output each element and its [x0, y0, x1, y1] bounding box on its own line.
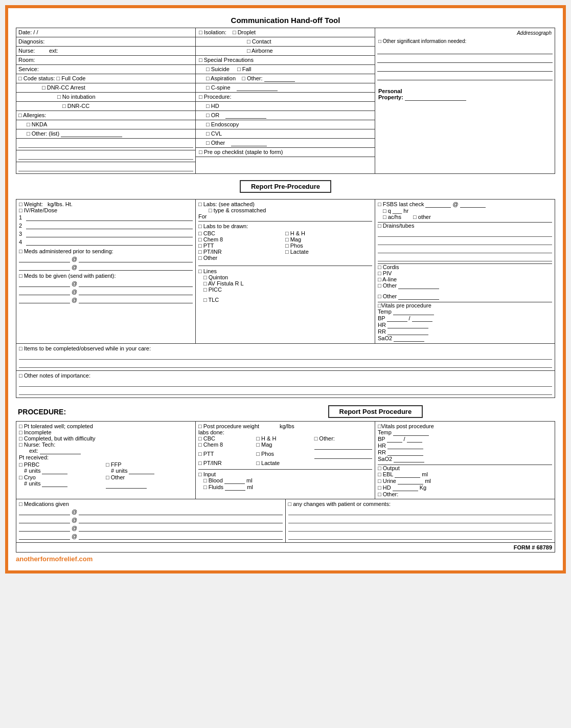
- code-row: □ Code status: □ Full Code: [16, 74, 195, 83]
- meds-at3-post: @: [19, 524, 283, 532]
- code-label: □ Code status:: [18, 75, 55, 81]
- service-row: Service:: [16, 65, 195, 74]
- or-row: □ OR: [196, 111, 375, 120]
- drain-line1: [378, 230, 552, 237]
- picc-label: □ PICC: [198, 286, 372, 293]
- sig-line4: [377, 73, 553, 80]
- allergies-row: □ Allergies:: [16, 111, 195, 120]
- bp-post-row: BP /: [378, 436, 552, 443]
- any-changes-col: □ any changes with patient or comments:: [286, 499, 555, 542]
- or-label: □ OR: [206, 112, 219, 118]
- units-prbc-row: # units: [19, 468, 106, 474]
- meds-prior-label: □ Meds administered prior to sending:: [19, 248, 193, 254]
- hd-row: □ HD Kg: [378, 484, 552, 491]
- date-label: Date:: [18, 29, 32, 35]
- changes-line3: [288, 524, 553, 532]
- cspine-row: □ C-spine: [196, 83, 375, 93]
- meds-send-label: □ Meds to be given (send with patient):: [19, 273, 193, 279]
- ptinr-label: □ PT/INR: [198, 249, 285, 255]
- temp-pre-row: Temp: [378, 308, 552, 315]
- isolation-row: □ Isolation: □ Droplet: [196, 28, 375, 37]
- vitals-pre-col: □Vitals pre procedure Temp BP / HR: [378, 302, 552, 342]
- rr-pre-row: RR: [378, 328, 552, 335]
- ptt-label: □ PTT: [198, 242, 285, 249]
- iv-lines: 1 2 3 4: [19, 213, 193, 246]
- meds-at2-row: @: [19, 263, 193, 271]
- dnr-arrest-row: □ DNR-CC Arrest: [16, 83, 195, 93]
- iv-line-2: 2: [19, 222, 193, 229]
- personal-property-label: Personal Property:: [377, 87, 553, 102]
- diagnosis-row: Diagnosis:: [16, 37, 195, 47]
- weight-row: □ Weight: kg/lbs. Ht.: [19, 201, 193, 207]
- drains-tubes-label: □ Drains/tubes: [378, 223, 552, 229]
- other-line-label: □ Other: [378, 282, 552, 289]
- meds-prior-row: □ Meds administered prior to sending: @ …: [19, 248, 193, 271]
- suicide-label: □ Suicide: [206, 66, 230, 72]
- other-proc-row: □ Other: [196, 139, 375, 148]
- post-proc-header-wrapper: Report Post Procedure: [196, 402, 555, 421]
- diagnosis-label: Diagnosis:: [18, 38, 44, 45]
- fsbs-row: □ FSBS last check @: [378, 201, 552, 208]
- lines-subsection: □ Lines □ Quinton □ AV Fistula R L □ PIC…: [198, 268, 372, 303]
- drain-line3: [378, 246, 552, 253]
- procedure-label: □ Procedure:: [199, 94, 232, 100]
- no-intub-row: □ No intubation: [16, 93, 195, 102]
- footer-url: anotherformofrelief.com: [16, 555, 555, 563]
- send-at1-row: @: [19, 280, 193, 287]
- meds-changes-row: □ Medications given @ @ @: [16, 499, 555, 543]
- hr-pre-row: HR: [378, 322, 552, 328]
- procedure-post-header: PROCEDURE: Report Post Procedure: [16, 402, 555, 421]
- ebl-row: □ EBL ml: [378, 471, 552, 478]
- piv-label: □ PIV: [378, 270, 552, 276]
- changes-line2: [288, 516, 553, 523]
- blank-row1: [16, 139, 195, 150]
- post-proc-title: Report Post Procedure: [328, 405, 423, 418]
- chem8-label: □ Chem 8: [198, 236, 285, 242]
- cbc-label: □ CBC: [198, 230, 285, 236]
- top-right: Addressograph □ Other significant inform…: [375, 28, 555, 173]
- top-section: Date: / / Diagnosis: Nurse: ext: Room: S…: [16, 28, 555, 174]
- output-section: □ Output □ EBL ml □ Urine ml □ HD: [378, 465, 552, 497]
- full-code: □ Full Code: [57, 75, 86, 81]
- iv-rate-label: □ IV/Rate/Dose: [19, 207, 193, 213]
- labs-grid: □ CBC □ H & H □ Chem 8 □ Mag □ PTT □ Pho…: [198, 230, 372, 261]
- meds-at1-row: @: [19, 255, 193, 262]
- meds-at2-post: @: [19, 516, 283, 523]
- input-row: □ Input: [198, 471, 372, 477]
- weight-iv-col: □ Weight: kg/lbs. Ht. □ IV/Rate/Dose 1 2: [16, 200, 196, 343]
- iv-line-3: 3: [19, 230, 193, 237]
- no-intubation: □ No intubation: [57, 94, 96, 100]
- weight-label: □ Weight:: [19, 201, 43, 207]
- drains-tubes-col: □ Drains/tubes: [378, 222, 552, 261]
- av-fistula-label: □ AV Fistula R L: [198, 280, 372, 286]
- lactate-label: □ Lactate: [285, 249, 372, 255]
- hd-row: □ HD: [196, 102, 375, 111]
- sao2-post-row: SaO2: [378, 456, 552, 462]
- cvl-row: □ CVL: [196, 129, 375, 139]
- pre-op-label: □ Pre op checklist (staple to form): [199, 149, 283, 155]
- aspiration-row: □ Aspiration □ Other:: [196, 74, 375, 83]
- kg-lbs-ht: kg/lbs. Ht.: [48, 201, 73, 207]
- labs-done-grid: □ CBC □ H & H □ Other: □ Chem 8 □ Mag □ …: [198, 435, 372, 466]
- items-care-label: □ Items to be completed/observed while i…: [19, 345, 151, 351]
- post-col1: □ Pt tolerated well; completed □ Incompl…: [16, 422, 196, 499]
- date-value: / /: [33, 29, 38, 35]
- meds-given-label: □ Medications given: [19, 501, 283, 507]
- type-cross-label: □ type & crossmatched: [198, 207, 372, 213]
- dnr-cc-arrest: □ DNR-CC Arrest: [42, 84, 85, 91]
- nurse-label: Nurse:: [18, 48, 35, 54]
- units-ffp-row: # units: [106, 468, 193, 474]
- units-cryo-row: # units: [19, 480, 106, 487]
- changes-line1: [288, 508, 553, 515]
- iv-line-1: 1: [19, 214, 193, 221]
- service-label: Service:: [18, 66, 39, 72]
- for-label: For: [198, 213, 372, 219]
- meds-at4-post: @: [19, 533, 283, 540]
- notes-line1: [19, 380, 552, 387]
- vitals-pre-label: □Vitals pre procedure: [378, 302, 552, 308]
- labs-see-label: □ Labs: (see attached): [198, 201, 372, 207]
- post-weight-row: □ Post procedure weight kg/lbs: [198, 423, 372, 429]
- fluids-row: □ Fluids ml: [198, 484, 372, 491]
- blood-row: □ Blood ml: [198, 477, 372, 484]
- nkda-label: □ NKDA: [27, 121, 47, 127]
